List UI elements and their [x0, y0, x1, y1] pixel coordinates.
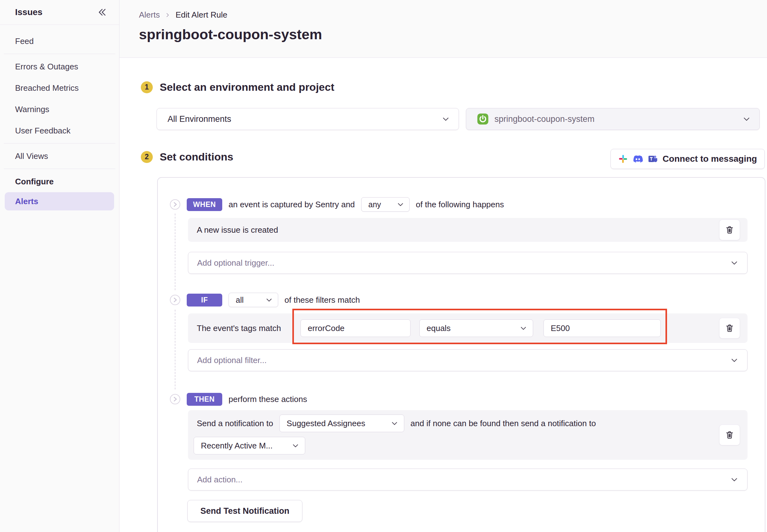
- delete-trigger-button[interactable]: [719, 220, 740, 240]
- action-text-2: and if none can be found then send a not…: [411, 419, 596, 428]
- sidebar-item-warnings[interactable]: Warnings: [0, 99, 119, 120]
- divider: [4, 169, 115, 169]
- sidebar-item-alerts[interactable]: Alerts: [5, 192, 114, 210]
- discord-icon: [633, 154, 643, 164]
- when-frequency-value: any: [368, 200, 381, 209]
- then-condition-line: THEN perform these actions: [170, 392, 307, 406]
- if-match-select[interactable]: all: [229, 293, 278, 307]
- action-line-2: Recently Active M...: [194, 437, 305, 454]
- sidebar-item-errors-outages[interactable]: Errors & Outages: [0, 56, 119, 77]
- chevron-down-icon: [519, 324, 527, 332]
- notify-fallback-select[interactable]: Recently Active M...: [194, 437, 305, 454]
- divider: [4, 143, 115, 144]
- project-select[interactable]: springboot-coupon-system: [466, 108, 760, 130]
- section-collapse-chevron-icon[interactable]: [170, 295, 180, 305]
- notification-action-row: Send a notification to Suggested Assigne…: [188, 410, 748, 460]
- environment-select-value: All Environments: [167, 114, 231, 124]
- ms-teams-icon: [648, 154, 658, 164]
- conditions-panel: WHEN an event is captured by Sentry and …: [157, 177, 765, 532]
- delete-action-button[interactable]: [719, 425, 740, 445]
- add-action-placeholder: Add action...: [197, 475, 243, 485]
- breadcrumb-current: Edit Alert Rule: [175, 10, 227, 20]
- add-optional-filter-placeholder: Add optional filter...: [197, 356, 267, 365]
- page-title: springboot-coupon-system: [139, 26, 322, 43]
- trash-icon: [725, 323, 734, 333]
- chevron-down-icon: [730, 475, 738, 484]
- slack-icon: [618, 154, 628, 164]
- page-content: 1 Select an environment and project All …: [119, 58, 767, 532]
- when-text-after: of the following happens: [416, 200, 504, 209]
- notify-fallback-value: Recently Active M...: [201, 441, 273, 451]
- breadcrumb-alerts-link[interactable]: Alerts: [139, 10, 160, 20]
- trigger-label: A new issue is created: [188, 225, 278, 235]
- action-line-1: Send a notification to Suggested Assigne…: [197, 415, 596, 432]
- tag-key-input[interactable]: [301, 319, 411, 337]
- tag-filter-row: The event's tags match equals: [188, 313, 748, 343]
- sidebar-item-all-views[interactable]: All Views: [0, 145, 119, 167]
- add-action-select[interactable]: Add action...: [188, 469, 748, 491]
- connect-to-messaging-label: Connect to messaging: [663, 154, 757, 164]
- divider: [4, 54, 115, 54]
- chevron-right-icon: [165, 12, 170, 18]
- connect-to-messaging-button[interactable]: Connect to messaging: [611, 149, 765, 169]
- sidebar-item-feed[interactable]: Feed: [0, 30, 119, 52]
- trash-icon: [725, 225, 734, 235]
- sidebar-section-configure: Configure: [0, 171, 119, 192]
- add-optional-filter-select[interactable]: Add optional filter...: [188, 349, 748, 371]
- then-badge: THEN: [187, 393, 222, 406]
- notify-target-select[interactable]: Suggested Assignees: [280, 415, 404, 432]
- environment-select[interactable]: All Environments: [156, 108, 459, 130]
- tag-filter-label: The event's tags match: [197, 323, 281, 333]
- step-2-header: 2 Set conditions: [141, 151, 233, 163]
- chevron-down-icon: [265, 296, 273, 304]
- tag-operator-select[interactable]: equals: [419, 319, 533, 337]
- sidebar-title: Issues: [15, 7, 42, 17]
- main-area: Alerts Edit Alert Rule springboot-coupon…: [119, 0, 767, 532]
- send-test-notification-button[interactable]: Send Test Notification: [187, 500, 302, 522]
- tag-operator-value: equals: [427, 323, 451, 333]
- step-1-number: 1: [141, 81, 153, 93]
- trigger-row: A new issue is created: [188, 218, 748, 242]
- delete-filter-button[interactable]: [719, 318, 740, 339]
- sidebar-collapse-button[interactable]: [96, 7, 108, 18]
- chevron-down-icon: [743, 115, 751, 123]
- sidebar-item-user-feedback[interactable]: User Feedback: [0, 120, 119, 141]
- tag-value-input[interactable]: [543, 319, 661, 337]
- section-collapse-chevron-icon[interactable]: [170, 199, 180, 210]
- if-match-value: all: [236, 296, 244, 305]
- sidebar: Issues Feed Errors & Outages Breached Me…: [0, 0, 119, 532]
- chevron-down-icon: [442, 115, 450, 123]
- breadcrumb: Alerts Edit Alert Rule: [139, 10, 227, 20]
- chevron-down-icon: [730, 259, 738, 267]
- if-text-after: of these filters match: [285, 295, 360, 305]
- add-optional-trigger-placeholder: Add optional trigger...: [197, 258, 275, 268]
- chevron-down-icon: [391, 420, 398, 427]
- chevron-down-icon: [397, 201, 404, 208]
- action-text-1: Send a notification to: [197, 419, 273, 428]
- sidebar-header: Issues: [0, 0, 119, 25]
- sidebar-item-breached-metrics[interactable]: Breached Metrics: [0, 77, 119, 99]
- add-optional-trigger-select[interactable]: Add optional trigger...: [188, 252, 748, 274]
- sidebar-nav: Feed Errors & Outages Breached Metrics W…: [0, 25, 119, 210]
- when-condition-line: WHEN an event is captured by Sentry and …: [170, 197, 504, 212]
- page-header: Alerts Edit Alert Rule springboot-coupon…: [119, 0, 767, 58]
- double-chevron-left-icon: [97, 7, 107, 17]
- notify-target-value: Suggested Assignees: [287, 419, 365, 428]
- when-text-before: an event is captured by Sentry and: [229, 200, 355, 209]
- if-condition-line: IF all of these filters match: [170, 293, 360, 307]
- springboot-icon: [477, 113, 489, 125]
- connector-line: [175, 310, 175, 389]
- when-badge: WHEN: [187, 198, 222, 211]
- then-text-after: perform these actions: [229, 394, 307, 404]
- project-select-value: springboot-coupon-system: [494, 114, 595, 124]
- trash-icon: [725, 430, 734, 440]
- if-badge: IF: [187, 294, 222, 307]
- chevron-down-icon: [292, 442, 299, 449]
- when-frequency-select[interactable]: any: [361, 197, 410, 212]
- section-collapse-chevron-icon[interactable]: [170, 394, 180, 404]
- step-1-title: Select an environment and project: [160, 81, 334, 93]
- connector-line: [175, 214, 175, 290]
- step-2-title: Set conditions: [160, 151, 233, 163]
- chevron-down-icon: [730, 356, 738, 364]
- step-1-header: 1 Select an environment and project: [141, 81, 334, 93]
